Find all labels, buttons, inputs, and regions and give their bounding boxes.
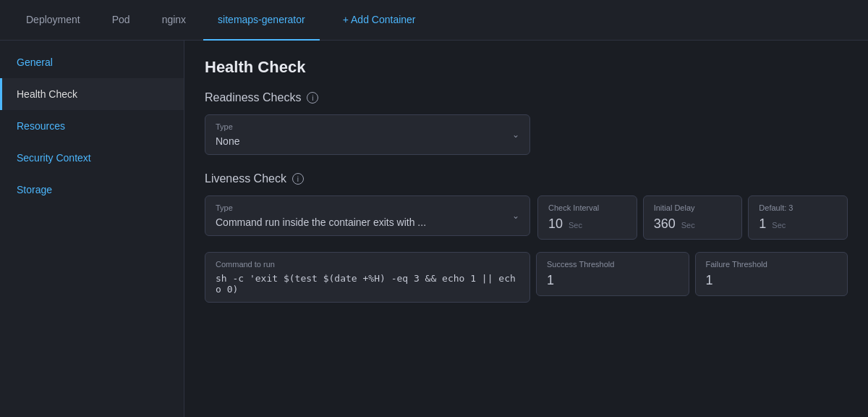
sidebar-item-security-context[interactable]: Security Context (0, 142, 184, 174)
top-tab-bar: Deployment Pod nginx sitemaps-generator … (0, 0, 868, 41)
sidebar-item-health-check[interactable]: Health Check (0, 78, 184, 110)
sidebar-item-storage[interactable]: Storage (0, 174, 184, 206)
sidebar-item-general[interactable]: General (0, 46, 184, 78)
failure-threshold-box: Failure Threshold 1 (695, 252, 848, 296)
readiness-type-select[interactable]: Type None ⌄ (205, 114, 530, 155)
sidebar-item-resources[interactable]: Resources (0, 110, 184, 142)
liveness-section: Liveness Check i Type Command run inside… (205, 172, 848, 303)
check-interval-box: Check Interval 10 Sec (537, 195, 637, 240)
success-threshold-box: Success Threshold 1 (536, 252, 689, 296)
command-box: Command to run sh -c 'exit $(test $(date… (205, 252, 530, 303)
liveness-type-select[interactable]: Type Command run inside the container ex… (205, 195, 530, 236)
tab-add-container[interactable]: + Add Container (328, 0, 430, 41)
tab-deployment[interactable]: Deployment (12, 0, 95, 41)
chevron-down-icon: ⌄ (512, 211, 519, 221)
main-layout: General Health Check Resources Security … (0, 41, 868, 417)
chevron-down-icon: ⌄ (512, 130, 519, 140)
readiness-title: Readiness Checks i (205, 91, 848, 104)
timeout-box: Default: 3 1 Sec (748, 195, 848, 240)
tab-pod[interactable]: Pod (98, 0, 145, 41)
tab-sitemaps-generator[interactable]: sitemaps-generator (203, 0, 320, 41)
initial-delay-box: Initial Delay 360 Sec (643, 195, 743, 240)
liveness-title: Liveness Check i (205, 172, 848, 185)
tab-nginx[interactable]: nginx (148, 0, 200, 41)
readiness-info-icon[interactable]: i (307, 92, 318, 104)
liveness-info-icon[interactable]: i (292, 173, 304, 185)
sidebar: General Health Check Resources Security … (0, 41, 184, 417)
page-title: Health Check (205, 58, 848, 77)
content-area: Health Check Readiness Checks i Type Non… (184, 41, 868, 417)
